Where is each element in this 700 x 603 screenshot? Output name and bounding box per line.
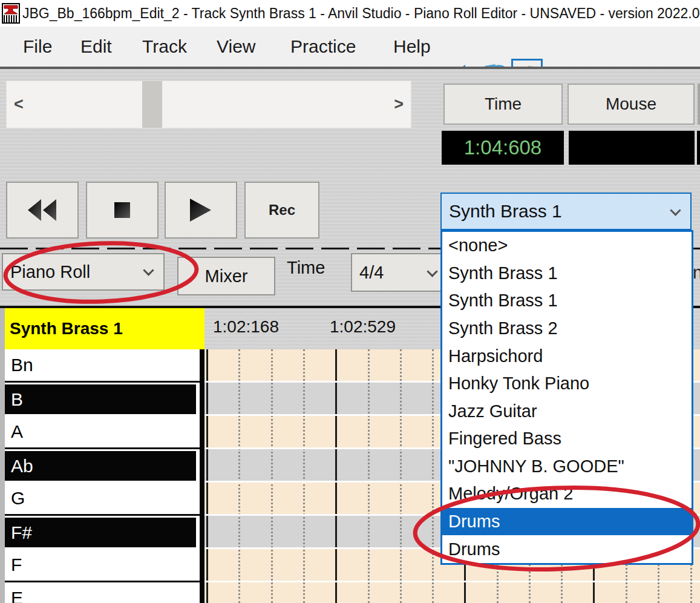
dropdown-option[interactable]: Synth Brass 1 (442, 287, 692, 315)
clipped-header-button (698, 84, 700, 125)
time-header-button[interactable]: Time (443, 84, 563, 125)
dropdown-option[interactable]: Drums (442, 535, 692, 563)
window-title: JBG_Bb_166bpm_Edit_2 - Track Synth Brass… (22, 0, 699, 27)
dropdown-option[interactable]: Fingered Bass (442, 425, 692, 453)
menu-practice[interactable]: Practice (290, 27, 356, 67)
track-instrument-dropdown: <none> Synth Brass 1 Synth Brass 1 Synth… (440, 230, 693, 565)
row-separator (204, 581, 700, 582)
track-name-header: Synth Brass 1 (5, 308, 204, 349)
clipped-display (697, 131, 700, 165)
piano-key[interactable]: F# (5, 516, 196, 549)
rewind-icon (25, 196, 59, 225)
view-selector-value: Piano Roll (10, 254, 90, 289)
mouse-header-button[interactable]: Mouse (568, 84, 695, 125)
grid-row[interactable] (204, 582, 700, 603)
dropdown-option-none[interactable]: <none> (442, 232, 692, 260)
title-bar: JBG_Bb_166bpm_Edit_2 - Track Synth Brass… (0, 0, 700, 27)
menu-track[interactable]: Track (142, 27, 187, 67)
stop-button[interactable] (86, 182, 159, 239)
time-signature-value: 4/4 (359, 254, 384, 291)
scroll-left-icon[interactable]: < (14, 81, 24, 128)
piano-key[interactable]: B (5, 383, 196, 416)
ruler-time-label: 1:02:529 (330, 317, 396, 337)
stop-icon (105, 196, 139, 225)
dropdown-option[interactable]: Synth Brass 2 (442, 315, 692, 343)
horizontal-scrollbar[interactable]: < > (6, 81, 411, 128)
ruler-time-label: 1:02:168 (213, 317, 279, 337)
play-button[interactable] (165, 182, 237, 239)
record-label: Rec (269, 202, 295, 219)
dropdown-option[interactable]: Jazz Guitar (442, 397, 692, 425)
keys-grid-divider (200, 349, 204, 603)
piano-key[interactable]: A (5, 416, 200, 449)
left-edge-strip (0, 308, 5, 603)
app-icon (2, 3, 20, 24)
scrollbar-thumb[interactable] (142, 81, 162, 128)
dropdown-option-drums-selected[interactable]: Drums (442, 508, 692, 536)
chevron-down-icon (427, 266, 437, 277)
anvil-studio-window: JBG_Bb_166bpm_Edit_2 - Track Synth Brass… (0, 0, 700, 603)
mouse-display (569, 131, 695, 165)
menu-bar: File Edit Track View Practice Help (0, 27, 700, 67)
dropdown-option[interactable]: Melody/Organ 2 (442, 480, 692, 508)
piano-key[interactable]: Ab (5, 449, 196, 483)
chevron-down-icon (143, 265, 154, 275)
time-signature-selector[interactable]: 4/4 (351, 253, 446, 292)
menu-view[interactable]: View (217, 27, 255, 67)
time-signature-label: Time (287, 258, 325, 278)
mixer-button[interactable]: Mixer (177, 257, 275, 295)
piano-key[interactable]: Bn (5, 349, 200, 383)
time-display-value: 1:04:608 (442, 131, 564, 165)
piano-keys-column: Bn B A Ab G F# F E (5, 349, 200, 603)
rewind-button[interactable] (6, 182, 79, 239)
dropdown-option[interactable]: Synth Brass 1 (442, 260, 692, 288)
view-selector[interactable]: Piano Roll (2, 253, 165, 291)
piano-key[interactable]: E (5, 582, 200, 603)
piano-key[interactable]: G (5, 483, 200, 516)
chevron-down-icon (670, 205, 681, 216)
menu-help[interactable]: Help (393, 27, 431, 67)
record-button[interactable]: Rec (244, 182, 319, 239)
track-instrument-value: Synth Brass 1 (449, 194, 562, 229)
menu-edit[interactable]: Edit (80, 27, 112, 67)
track-instrument-selector[interactable]: Synth Brass 1 (440, 193, 692, 230)
dropdown-option[interactable]: "JOHNNY B. GOODE" (442, 453, 692, 481)
clipped-control-text: n (693, 263, 700, 283)
mouse-display-value (569, 131, 695, 165)
dropdown-option[interactable]: Harpsichord (442, 342, 692, 370)
play-icon (184, 196, 218, 225)
menu-file[interactable]: File (23, 27, 52, 67)
dropdown-option[interactable]: Honky Tonk Piano (442, 370, 692, 398)
time-display: 1:04:608 (442, 131, 564, 165)
piano-key[interactable]: F (5, 549, 200, 582)
scroll-right-icon[interactable]: > (394, 81, 404, 128)
